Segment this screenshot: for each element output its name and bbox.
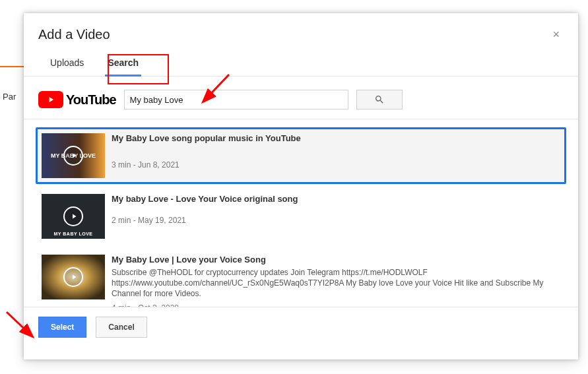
close-icon: × bbox=[552, 28, 560, 41]
youtube-logo: YouTube bbox=[38, 91, 116, 108]
modal-header: Add a Video × bbox=[24, 13, 578, 51]
result-title: My Baby Love | Love your Voice Song bbox=[112, 255, 560, 265]
result-description: Subscribe @TheHODL for cryptocurrency up… bbox=[112, 267, 560, 299]
tab-search[interactable]: Search bbox=[96, 51, 150, 76]
search-button[interactable] bbox=[356, 90, 403, 109]
bg-label: Par bbox=[0, 89, 18, 104]
play-icon bbox=[63, 146, 83, 166]
search-icon bbox=[374, 94, 385, 105]
result-title: My Baby Love song popular music in YouTu… bbox=[112, 133, 560, 143]
tab-uploads[interactable]: Uploads bbox=[38, 51, 96, 76]
close-button[interactable]: × bbox=[548, 25, 564, 44]
cancel-button[interactable]: Cancel bbox=[96, 317, 147, 338]
result-meta: 2 min - May 19, 2021 bbox=[112, 216, 560, 225]
result-title: My baby Love - Love Your Voice original … bbox=[112, 194, 560, 204]
modal-title: Add a Video bbox=[38, 27, 110, 42]
video-thumbnail: MY BABY LOVE bbox=[42, 194, 105, 239]
result-body: My Baby Love song popular music in YouTu… bbox=[112, 133, 560, 178]
video-thumbnail bbox=[42, 255, 105, 299]
youtube-brand-text: YouTube bbox=[66, 92, 116, 108]
tabs: Uploads Search bbox=[24, 51, 578, 77]
modal-footer: Select Cancel bbox=[24, 307, 578, 347]
select-button[interactable]: Select bbox=[38, 317, 86, 338]
play-icon bbox=[63, 267, 83, 287]
search-result-item[interactable]: MY BABY LOVE My Baby Love song popular m… bbox=[36, 127, 566, 184]
thumbnail-caption: MY BABY LOVE bbox=[53, 232, 92, 236]
add-video-modal: Add a Video × Uploads Search YouTube MY … bbox=[24, 13, 578, 359]
result-body: My Baby Love | Love your Voice Song Subs… bbox=[112, 255, 560, 307]
search-row: YouTube bbox=[24, 77, 578, 119]
result-body: My baby Love - Love Your Voice original … bbox=[112, 194, 560, 239]
play-icon bbox=[63, 206, 83, 226]
youtube-play-icon bbox=[38, 91, 63, 108]
result-meta: 3 min - Jun 8, 2021 bbox=[112, 160, 560, 170]
search-input[interactable] bbox=[124, 90, 348, 109]
search-result-item[interactable]: My Baby Love | Love your Voice Song Subs… bbox=[36, 249, 566, 307]
search-result-item[interactable]: MY BABY LOVE My baby Love - Love Your Vo… bbox=[36, 188, 566, 245]
result-meta: 4 min - Oct 3, 2020 bbox=[112, 303, 560, 307]
video-thumbnail: MY BABY LOVE bbox=[42, 133, 105, 178]
search-results[interactable]: MY BABY LOVE My Baby Love song popular m… bbox=[24, 119, 578, 307]
